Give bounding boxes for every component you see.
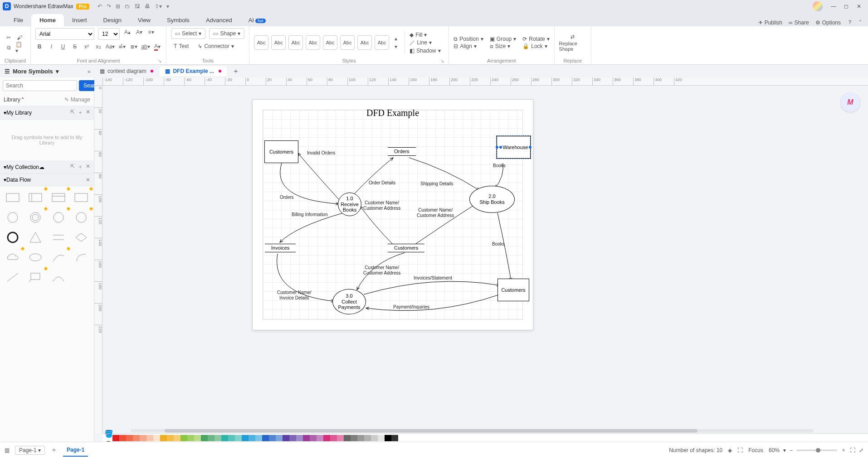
copy-icon[interactable]: ⧉: [5, 43, 13, 52]
tab-file[interactable]: File: [5, 14, 31, 26]
grow-font-icon[interactable]: A▴: [123, 28, 132, 36]
publish-button[interactable]: ✈Publish: [758, 19, 782, 26]
open-icon[interactable]: 🗀: [125, 3, 130, 10]
align-icon[interactable]: ≡▾: [147, 28, 155, 36]
doc-tab-context-diagram[interactable]: ▦context diagram: [94, 66, 159, 76]
shape-circle[interactable]: [3, 209, 23, 226]
superscript-icon[interactable]: x²: [83, 43, 91, 51]
rotate-button[interactable]: ⟳Rotate ▾: [522, 36, 549, 42]
manage-button[interactable]: ✎ Manage: [64, 96, 90, 103]
layers-icon[interactable]: ◈: [728, 447, 732, 453]
collapse-panel-icon[interactable]: «: [88, 68, 91, 75]
style-preset-4[interactable]: Abc: [306, 35, 320, 50]
redo-icon[interactable]: ↷: [107, 3, 111, 10]
shape-store[interactable]: [49, 229, 68, 246]
dataflow-close-icon[interactable]: ✕: [86, 177, 90, 183]
subscript-icon[interactable]: x₂: [94, 43, 102, 51]
color-swatch[interactable]: [391, 435, 398, 441]
color-swatch[interactable]: [269, 435, 276, 441]
flow-shipping[interactable]: Shipping Details: [420, 181, 453, 187]
color-swatch[interactable]: [119, 435, 126, 441]
print-icon[interactable]: 🖶: [145, 3, 150, 10]
zoom-in-button[interactable]: ＋: [841, 446, 846, 454]
floating-assistant-icon[interactable]: M: [841, 93, 860, 112]
bold-icon[interactable]: B: [35, 43, 44, 51]
avatar[interactable]: [813, 1, 823, 11]
style-preset-3[interactable]: Abc: [288, 35, 303, 50]
align-button[interactable]: ⊟Align ▾: [454, 43, 483, 49]
shape-double-circle[interactable]: [25, 209, 45, 226]
connector-tool[interactable]: ↳Connector ▾: [195, 42, 236, 51]
shape-rect[interactable]: [3, 189, 23, 206]
shape-rect-top[interactable]: [49, 189, 68, 206]
process-ship-books[interactable]: 2.0 Ship Books: [469, 186, 515, 213]
color-swatch[interactable]: [357, 435, 364, 441]
color-swatch[interactable]: [283, 435, 289, 441]
color-swatch[interactable]: [160, 435, 167, 441]
options-button[interactable]: ⚙Options: [815, 19, 841, 26]
add-tab-button[interactable]: ＋: [228, 67, 244, 76]
italic-icon[interactable]: I: [47, 43, 55, 51]
color-swatch[interactable]: [344, 435, 351, 441]
color-swatch[interactable]: [208, 435, 215, 441]
flow-books-in[interactable]: Books: [493, 163, 506, 169]
tab-symbols[interactable]: Symbols: [159, 14, 198, 26]
zoom-level[interactable]: 60%: [769, 447, 780, 453]
color-swatch[interactable]: [174, 435, 180, 441]
text-tool[interactable]: TText: [171, 42, 191, 51]
paint-bucket-icon[interactable]: 🪣▾: [104, 429, 112, 442]
data-flow-header[interactable]: ▾ Data Flow ✕: [0, 174, 94, 186]
mylib-add-icon[interactable]: ＋: [78, 109, 83, 116]
color-swatch[interactable]: [242, 435, 249, 441]
page-select[interactable]: Page-1 ▾: [15, 446, 45, 455]
entity-customers-1[interactable]: Customers: [264, 140, 298, 163]
flow-cna-p1[interactable]: Customer Name/ Customer Address: [363, 200, 400, 211]
shape-arc[interactable]: [49, 269, 68, 286]
color-swatch[interactable]: [221, 435, 228, 441]
color-swatch[interactable]: [276, 435, 283, 441]
color-swatch[interactable]: [303, 435, 310, 441]
shape-cloud[interactable]: [3, 249, 23, 266]
undo-icon[interactable]: ↶: [98, 3, 102, 10]
color-swatch[interactable]: [317, 435, 323, 441]
style-preset-7[interactable]: Abc: [357, 35, 372, 50]
tab-advanced[interactable]: Advanced: [198, 14, 240, 26]
page-panel-icon[interactable]: ▥: [5, 447, 10, 453]
store-orders[interactable]: Orders: [388, 147, 416, 156]
tab-home[interactable]: Home: [31, 14, 64, 26]
shape-arc-right[interactable]: [71, 249, 91, 266]
shape-tool[interactable]: ▭Shape ▾: [209, 28, 244, 39]
focus-label[interactable]: Focus: [748, 447, 763, 453]
color-swatch[interactable]: [323, 435, 330, 441]
shape-curve[interactable]: [49, 249, 68, 266]
group-button[interactable]: ▣Group ▾: [490, 36, 516, 42]
page-tab[interactable]: Page-1: [63, 444, 88, 457]
shape-rect-plain[interactable]: [71, 189, 91, 206]
color-swatch[interactable]: [310, 435, 317, 441]
mycol-add-icon[interactable]: ＋: [78, 163, 83, 171]
flow-books-out[interactable]: Books: [492, 241, 505, 247]
color-swatch[interactable]: [398, 435, 405, 441]
my-collection-header[interactable]: ▾ My Collection ☁ ⇱＋✕: [0, 160, 94, 174]
zoom-slider[interactable]: [796, 449, 837, 451]
color-swatch[interactable]: [215, 435, 221, 441]
color-swatch[interactable]: [201, 435, 208, 441]
flow-invalid-orders[interactable]: Invalid Orders: [307, 150, 335, 156]
store-invoices[interactable]: Invoices: [265, 244, 296, 252]
style-preset-6[interactable]: Abc: [340, 35, 355, 50]
shape-ellipse[interactable]: [25, 249, 45, 266]
line-spacing-icon[interactable]: ≡̂▾: [118, 43, 126, 51]
font-size-select[interactable]: 12: [98, 28, 120, 40]
size-button[interactable]: ⧈Size ▾: [490, 43, 516, 49]
save-icon[interactable]: 🖫: [135, 3, 140, 10]
maximize-button[interactable]: ◻: [840, 3, 853, 10]
color-swatch[interactable]: [249, 435, 255, 441]
replace-shape-button[interactable]: ⇄ Replace Shape: [559, 34, 586, 52]
format-painter-icon[interactable]: 🖌: [15, 34, 24, 42]
color-swatch[interactable]: [167, 435, 174, 441]
case-icon[interactable]: Aa▾: [106, 43, 114, 51]
color-swatch[interactable]: [126, 435, 133, 441]
color-swatch[interactable]: [112, 435, 119, 441]
symbol-search-input[interactable]: [3, 80, 77, 91]
more-symbols-dropdown[interactable]: ▾: [56, 68, 59, 75]
